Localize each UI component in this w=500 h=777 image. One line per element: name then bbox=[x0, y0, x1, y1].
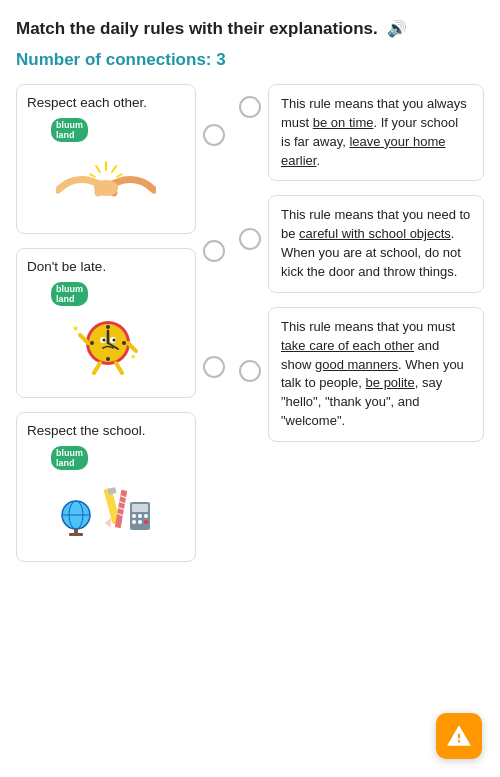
svg-point-45 bbox=[144, 520, 148, 524]
svg-point-43 bbox=[132, 520, 136, 524]
svg-line-2 bbox=[96, 166, 100, 172]
left-circle-1[interactable] bbox=[203, 124, 225, 146]
right-circles-col bbox=[232, 84, 268, 382]
svg-line-5 bbox=[117, 174, 122, 177]
left-circles-col bbox=[196, 84, 232, 378]
right-card-3-text: This rule means that you must take care … bbox=[281, 319, 464, 428]
svg-point-17 bbox=[113, 339, 116, 342]
right-circle-1[interactable] bbox=[239, 96, 261, 118]
warning-icon bbox=[446, 723, 472, 749]
left-card-1-image: bluumland bbox=[27, 118, 185, 216]
warning-fab[interactable] bbox=[436, 713, 482, 759]
right-column: This rule means that you always must be … bbox=[268, 84, 484, 442]
bluum-badge-2: bluumland bbox=[51, 282, 88, 306]
svg-line-21 bbox=[128, 343, 136, 351]
svg-text:★: ★ bbox=[130, 353, 136, 360]
svg-rect-29 bbox=[69, 533, 83, 536]
svg-line-3 bbox=[112, 166, 116, 172]
match-area: Respect each other. bluumland bbox=[16, 84, 484, 562]
svg-point-10 bbox=[90, 341, 94, 345]
svg-point-9 bbox=[106, 357, 110, 361]
right-card-1-text: This rule means that you always must be … bbox=[281, 96, 467, 168]
main-title: Match the daily rules with their explana… bbox=[16, 18, 484, 40]
right-card-1[interactable]: This rule means that you always must be … bbox=[268, 84, 484, 181]
left-column: Respect each other. bluumland bbox=[16, 84, 196, 562]
title-text: Match the daily rules with their explana… bbox=[16, 19, 378, 38]
svg-point-0 bbox=[94, 180, 118, 196]
right-card-3[interactable]: This rule means that you must take care … bbox=[268, 307, 484, 442]
left-card-1[interactable]: Respect each other. bluumland bbox=[16, 84, 196, 234]
left-card-1-text: Respect each other. bbox=[27, 95, 185, 110]
left-card-2-text: Don't be late. bbox=[27, 259, 185, 274]
svg-line-18 bbox=[94, 363, 100, 373]
left-circle-2[interactable] bbox=[203, 240, 225, 262]
svg-text:★: ★ bbox=[72, 324, 79, 333]
left-card-2-image: bluumland bbox=[27, 282, 185, 380]
svg-line-19 bbox=[116, 363, 122, 373]
right-circle-2[interactable] bbox=[239, 228, 261, 250]
left-card-3-text: Respect the school. bbox=[27, 423, 185, 438]
svg-point-8 bbox=[106, 325, 110, 329]
svg-point-11 bbox=[122, 341, 126, 345]
left-card-3-image: bluumland bbox=[27, 446, 185, 544]
left-card-2[interactable]: Don't be late. bluumland bbox=[16, 248, 196, 398]
svg-point-42 bbox=[144, 514, 148, 518]
bluum-badge-1: bluumland bbox=[51, 118, 88, 142]
right-card-2-text: This rule means that you need to be care… bbox=[281, 207, 470, 279]
svg-point-44 bbox=[138, 520, 142, 524]
connections-count: Number of connections: 3 bbox=[16, 50, 484, 70]
svg-point-16 bbox=[103, 339, 106, 342]
svg-line-4 bbox=[90, 174, 95, 177]
svg-point-41 bbox=[138, 514, 142, 518]
bluum-badge-3: bluumland bbox=[51, 446, 88, 470]
right-card-2[interactable]: This rule means that you need to be care… bbox=[268, 195, 484, 292]
speaker-icon[interactable]: 🔊 bbox=[387, 19, 407, 40]
svg-point-40 bbox=[132, 514, 136, 518]
left-circle-3[interactable] bbox=[203, 356, 225, 378]
svg-rect-39 bbox=[132, 504, 148, 512]
svg-line-20 bbox=[80, 335, 88, 343]
left-card-3[interactable]: Respect the school. bluumland bbox=[16, 412, 196, 562]
right-circle-3[interactable] bbox=[239, 360, 261, 382]
